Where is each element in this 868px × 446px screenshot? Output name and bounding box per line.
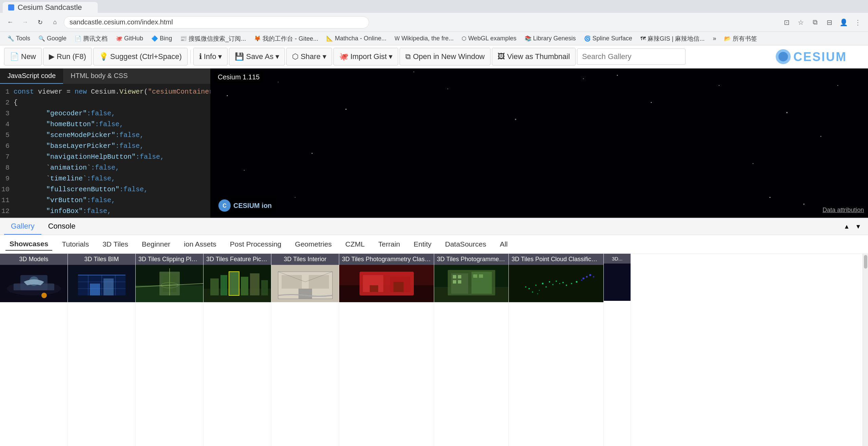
view-thumbnail-button[interactable]: 🖼 View as Thumbnail — [492, 48, 576, 65]
bookmark-google[interactable]: 🔍 Google — [35, 34, 70, 43]
svg-point-22 — [295, 197, 295, 198]
import-gist-label: Import Gist — [350, 52, 387, 61]
filter-geometries[interactable]: Geometries — [291, 238, 336, 250]
save-as-button[interactable]: 💾 Save As ▾ — [229, 48, 285, 65]
bookmark-tools[interactable]: 🔧 Tools — [4, 34, 34, 43]
filter-all[interactable]: All — [496, 238, 512, 250]
bookmark-label: Google — [47, 35, 66, 42]
svg-point-106 — [589, 274, 591, 276]
info-chevron-icon: ▾ — [218, 52, 222, 61]
code-line-7: 7 "navigationHelpButton":false, — [0, 152, 210, 162]
svg-point-18 — [803, 203, 805, 205]
gallery-item-point-cloud[interactable]: 3D Tiles Point Cloud Classification — [509, 254, 604, 446]
scroll-down-button[interactable]: ▼ — [852, 222, 864, 232]
svg-rect-87 — [509, 265, 603, 302]
bookmark-more[interactable]: » — [709, 34, 719, 43]
bookmark-spline[interactable]: 🌀 Spline Surface — [581, 34, 636, 43]
svg-point-6 — [346, 109, 347, 110]
run-button[interactable]: ▶ Run (F8) — [43, 48, 92, 65]
cesium-viewer[interactable]: Cesium 1.115 — [210, 69, 868, 218]
bookmark-all[interactable]: 📂 所有书签 — [721, 33, 760, 44]
scrollbar-thumb[interactable] — [864, 255, 867, 269]
filter-beginner[interactable]: Beginner — [138, 238, 174, 250]
vertical-scrollbar[interactable] — [863, 254, 868, 446]
split-button[interactable]: ⊟ — [823, 16, 835, 28]
bookmark-icon: 📐 — [326, 35, 333, 42]
svg-point-14 — [312, 153, 313, 154]
gallery-item-title: 3D Tiles Point Cloud Classification — [509, 254, 603, 265]
data-attribution-link[interactable]: Data attribution — [823, 207, 864, 214]
menu-button[interactable]: ⋮ — [852, 16, 864, 28]
search-gallery-input[interactable] — [577, 49, 686, 65]
gallery-item-interior[interactable]: 3D Tiles Interior — [271, 254, 339, 446]
gallery-item-more[interactable]: 3D... — [604, 254, 631, 446]
window-icon: ⧉ — [405, 52, 411, 61]
filter-entity[interactable]: Entity — [409, 238, 436, 250]
gallery-item-title: 3D Tiles Photogrammetry Classification — [339, 254, 434, 265]
gallery-grid[interactable]: 3D Models — [0, 254, 863, 446]
bookmark-webgl[interactable]: ⬡ WebGL examples — [458, 34, 520, 43]
suggest-button[interactable]: 💡 Suggest (Ctrl+Space) — [93, 48, 188, 65]
share-button[interactable]: ⬡ Share ▾ — [286, 48, 332, 65]
import-gist-button[interactable]: 🐙 Import Gist ▾ — [333, 48, 399, 65]
open-new-window-button[interactable]: ⧉ Open in New Window — [400, 48, 490, 65]
bookmark-sogou[interactable]: 📰 搜狐微信搜索_订阅... — [177, 33, 249, 44]
gallery-item-thumb — [204, 265, 271, 302]
tab-javascript[interactable]: JavaScript code — [0, 69, 63, 84]
address-bar[interactable]: sandcastle.cesium.com/index.html — [64, 16, 369, 28]
gallery-item-thumb — [271, 265, 339, 302]
gallery-item-photogrammetry-class[interactable]: 3D Tiles Photogrammetry Classification — [339, 254, 434, 446]
tab-html-css[interactable]: HTML body & CSS — [63, 69, 135, 84]
bookmark-bing[interactable]: 🔷 Bing — [148, 34, 175, 43]
reload-button[interactable]: ↻ — [34, 16, 46, 28]
tab-console[interactable]: Console — [41, 218, 82, 235]
scroll-up-button[interactable]: ▲ — [841, 222, 852, 232]
filter-3dtiles[interactable]: 3D Tiles — [98, 238, 132, 250]
svg-rect-68 — [298, 289, 312, 299]
gallery-item-photogrammetry[interactable]: 3D Tiles Photogrammetry — [434, 254, 509, 446]
code-line-9: 9 `timeline`:false, — [0, 173, 210, 184]
bookmark-button[interactable]: ☆ — [795, 16, 807, 28]
info-button[interactable]: ℹ Info ▾ — [193, 48, 228, 65]
bookmark-tencent[interactable]: 📄 腾讯文档 — [71, 33, 111, 44]
profile-button[interactable]: 👤 — [837, 16, 850, 28]
bookmark-gitee[interactable]: 🦊 我的工作台 - Gitee... — [251, 33, 322, 44]
bookmark-mathcha[interactable]: 📐 Mathcha - Online... — [323, 34, 390, 43]
filter-czml[interactable]: CZML — [341, 238, 369, 250]
bookmark-github[interactable]: 🐙 GitHub — [112, 34, 147, 43]
editor-body[interactable]: 1 const viewer = new Cesium.Viewer("cesi… — [0, 84, 210, 218]
gallery-item-clipping-planes[interactable]: 3D Tiles Clipping Planes — [136, 254, 204, 446]
svg-point-100 — [566, 285, 567, 286]
svg-point-19 — [413, 72, 414, 72]
code-line-6: 6 "baseLayerPicker":false, — [0, 141, 210, 152]
divider-1 — [190, 50, 191, 63]
extensions-button[interactable]: ⧉ — [809, 16, 821, 28]
share-chevron-icon: ▾ — [323, 52, 326, 61]
bookmark-gis[interactable]: 🗺 麻辣GIS | 麻辣地信... — [637, 33, 708, 44]
svg-rect-75 — [393, 282, 404, 292]
filter-post-processing[interactable]: Post Processing — [226, 238, 286, 250]
gallery-item-feature-picking[interactable]: 3D Tiles Feature Picking — [204, 254, 271, 446]
filter-ion-assets[interactable]: ion Assets — [180, 238, 220, 250]
home-button[interactable]: ⌂ — [49, 16, 61, 28]
filter-datasources[interactable]: DataSources — [441, 238, 490, 250]
cast-button[interactable]: ⊡ — [780, 16, 793, 28]
gallery-item-3d-models[interactable]: 3D Models — [0, 254, 68, 446]
filter-tutorials[interactable]: Tutorials — [58, 238, 93, 250]
new-button[interactable]: 📄 New — [4, 48, 42, 65]
svg-point-8 — [515, 119, 516, 120]
svg-point-7 — [447, 89, 448, 89]
filter-terrain[interactable]: Terrain — [374, 238, 404, 250]
back-button[interactable]: ← — [4, 16, 16, 28]
filter-showcases[interactable]: Showcases — [5, 238, 52, 251]
bookmark-libgen[interactable]: 📚 Library Genesis — [521, 34, 579, 43]
run-icon: ▶ — [49, 52, 55, 61]
gallery-item-3d-tiles-bim[interactable]: 3D Tiles BIM — [68, 254, 136, 446]
tab-gallery[interactable]: Gallery — [4, 218, 41, 235]
svg-point-13 — [244, 170, 245, 171]
bookmark-wikipedia[interactable]: W Wikipedia, the fre... — [391, 34, 457, 43]
forward-button[interactable]: → — [19, 16, 31, 28]
cesium-ion-text: CESIUM ion — [233, 202, 272, 210]
svg-point-21 — [837, 85, 838, 86]
browser-tab-active[interactable]: Cesium Sandcastle — [3, 2, 98, 13]
